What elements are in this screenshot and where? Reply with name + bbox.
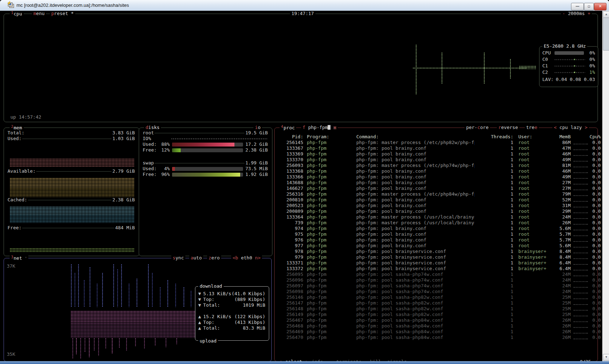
proc-row[interactable]: 256097 php-fpm php-fpm: pool sasha-php74… [278, 283, 601, 289]
disk-swap-used: Used: 4% 73.5 MiB [142, 166, 269, 172]
window-border-bottom [0, 361, 609, 364]
net-box-tab[interactable]: 3net ' [10, 255, 28, 261]
proc-row[interactable]: 200809 php-fpm php-fpm: pool brainy.conf… [278, 209, 601, 214]
mem-mini-graph [571, 209, 589, 214]
mem-free-graph [10, 248, 134, 253]
proc-row[interactable]: 977 php-fpm php-fpm: pool brainy.conf 1 … [278, 243, 601, 249]
proc-row[interactable]: 133369 php-fpm php-fpm: pool brainy.conf… [278, 151, 601, 157]
proc-table: 256145 php-fpm php-fpm: master process (… [278, 140, 601, 340]
proc-row[interactable]: 256096 php-fpm php-fpm: pool sasha-php74… [278, 277, 601, 283]
tree-toggle[interactable]: tree [525, 125, 539, 130]
disk-root-used: Used: 88% 17.2 GiB [142, 142, 269, 147]
interface-switcher[interactable]: <b eth0 n> [231, 255, 262, 260]
sort-prev-button: < [554, 125, 557, 130]
proc-row[interactable]: 256147 php-fpm php-fpm: pool sasha-php82… [278, 300, 601, 306]
proc-row[interactable]: 200523 php-fpm php-fpm: pool brainy.conf… [278, 203, 601, 209]
proc-row[interactable]: 974 php-fpm php-fpm: pool brainy.conf 1 … [278, 226, 601, 231]
proc-row[interactable]: 133366 php-fpm php-fpm: pool brainy.conf… [278, 174, 601, 180]
mem-box-tab[interactable]: 2mem [10, 125, 24, 130]
proc-row[interactable]: 256470 php-fpm php-fpm: pool sasha-php84… [278, 335, 601, 340]
disk-swap-free: Free: 96% 1.92 GiB [142, 172, 269, 177]
proc-row[interactable]: 133367 php-fpm php-fpm: pool brainy.conf… [278, 145, 601, 151]
scrollbar-thumb[interactable] [603, 18, 609, 51]
auto-toggle[interactable]: auto [189, 255, 203, 260]
sort-next-button: > [585, 125, 587, 130]
proc-row[interactable]: 133368 php-fpm php-fpm: pool brainy.conf… [278, 168, 601, 174]
proc-box-tab[interactable]: 4proc [280, 125, 296, 130]
disks-box-title[interactable]: disks [144, 125, 161, 130]
scroll-up-button[interactable]: ▲ [603, 11, 609, 18]
proc-row[interactable]: 256145 php-fpm php-fpm: master process (… [278, 140, 601, 145]
filter-input[interactable]: f php-fpm ▣ [301, 125, 338, 130]
mem-mini-graph [571, 174, 589, 180]
proc-row[interactable]: 256149 php-fpm php-fpm: pool sasha-php82… [278, 312, 601, 317]
proc-row[interactable]: 976 php-fpm php-fpm: pool brainy.conf 1 … [278, 237, 601, 243]
mem-mini-graph [571, 231, 589, 237]
proc-row[interactable]: 256146 php-fpm php-fpm: pool sasha-php82… [278, 294, 601, 300]
scroll-down-button[interactable]: ▼ [603, 354, 609, 361]
zero-toggle[interactable]: zero [207, 255, 221, 260]
sort-selector[interactable]: < cpu lazy > [552, 125, 589, 130]
menu-button[interactable]: menu [32, 11, 46, 16]
maximize-button[interactable]: ▫ [584, 3, 594, 10]
next-interface-button: n> [255, 255, 261, 260]
proc-row[interactable]: 256469 php-fpm php-fpm: pool sasha-php84… [278, 329, 601, 335]
sync-toggle[interactable]: sync [171, 255, 185, 260]
proc-row[interactable]: 256468 php-fpm php-fpm: pool sasha-php84… [278, 323, 601, 329]
reverse-toggle[interactable]: reverse [497, 125, 519, 130]
mem-mini-graph [571, 289, 589, 294]
proc-row[interactable]: 133364 php-fpm php-fpm: master process (… [278, 214, 601, 220]
mem-mini-graph [571, 329, 589, 335]
cpu-box-tab[interactable]: 1cpu [10, 11, 24, 16]
prev-interface-button: <b [233, 255, 238, 260]
up-arrow-icon: ▲ [198, 314, 201, 319]
proc-row[interactable]: 133371 php-fpm php-fpm: pool brainyservi… [278, 260, 601, 266]
preset-button[interactable]: preset * [50, 11, 75, 16]
proc-row[interactable]: 256467 php-fpm php-fpm: pool sasha-php84… [278, 317, 601, 323]
proc-row[interactable]: 133372 php-fpm php-fpm: pool brainyservi… [278, 266, 601, 272]
proc-row[interactable]: 133370 php-fpm php-fpm: pool brainy.conf… [278, 157, 601, 163]
interval-control[interactable]: - 2000ms + [561, 11, 592, 16]
disk-root-header: root 19.5 GiB [142, 130, 269, 136]
proc-row[interactable]: 143688 php-fpm php-fpm: pool brainy.conf… [278, 180, 601, 186]
proc-row[interactable]: 975 php-fpm php-fpm: pool brainy.conf 1 … [278, 231, 601, 237]
disk-root-io: IO% [142, 136, 269, 142]
mem-used-graph [10, 158, 134, 167]
mem-mini-graph [571, 266, 589, 272]
proc-row[interactable]: 146627 php-fpm php-fpm: pool brainy.conf… [278, 186, 601, 191]
proc-row[interactable]: 739 php-fpm php-fpm: master process (/us… [278, 220, 601, 226]
core0-meter: C0 0% [542, 57, 595, 62]
window-scrollbar[interactable]: ▲ ▼ [602, 11, 609, 361]
mem-mini-graph [571, 168, 589, 174]
close-button[interactable]: ✕ [594, 3, 606, 10]
mem-mini-graph [571, 151, 589, 157]
proc-row[interactable]: 256098 php-fpm php-fpm: pool sasha-php74… [278, 289, 601, 294]
mem-mini-graph [571, 237, 589, 243]
proc-row[interactable]: 978 php-fpm php-fpm: pool brainyservice.… [278, 249, 601, 254]
mem-mini-graph [571, 145, 589, 151]
up-arrow-icon: ▲ [198, 325, 201, 331]
proc-row[interactable]: 979 php-fpm php-fpm: pool brainyservice.… [278, 254, 601, 260]
per-core-toggle[interactable]: per-core [465, 125, 490, 130]
proc-row[interactable]: 256093 php-fpm php-fpm: master process (… [278, 163, 601, 168]
titlebar[interactable]: ⚡ mc [root@a202.itdeveloper.com.ua]:/hom… [0, 0, 609, 11]
proc-row[interactable]: 256148 php-fpm php-fpm: pool sasha-php82… [278, 306, 601, 312]
up-arrow-icon: ▲ [198, 320, 201, 325]
core1-meter: C1 0% [542, 63, 595, 69]
net-stats-box: download ▼5.13 KiB/s(41.0 Kibps) ▼Top:(8… [195, 286, 269, 341]
mem-mini-graph [571, 283, 589, 289]
mem-mini-graph [571, 197, 589, 203]
mem-mini-graph [571, 191, 589, 197]
disks-box: disks io root 19.5 GiB IO% Used: 88% 17.… [139, 128, 272, 256]
proc-row[interactable]: 256316 php-fpm php-fpm: master process (… [278, 191, 601, 197]
mem-mini-graph [571, 294, 589, 300]
io-toggle[interactable]: io [253, 125, 262, 130]
mem-cached: Cached: 2.38 GiB [7, 197, 136, 203]
mem-available-graph [10, 178, 134, 188]
minimize-button[interactable]: — [571, 3, 584, 10]
mem-box: 2mem Total: 3.83 GiB Used: 1.03 GiB 27% … [4, 128, 139, 256]
proc-row[interactable]: 256095 php-fpm php-fpm: pool sasha-php74… [278, 272, 601, 277]
proc-row[interactable]: 200810 php-fpm php-fpm: pool brainy.conf… [278, 197, 601, 203]
download-total: ▼Total:1019 MiB [198, 302, 266, 308]
upload-top: ▲Top:(413 Kibps) [198, 320, 266, 325]
